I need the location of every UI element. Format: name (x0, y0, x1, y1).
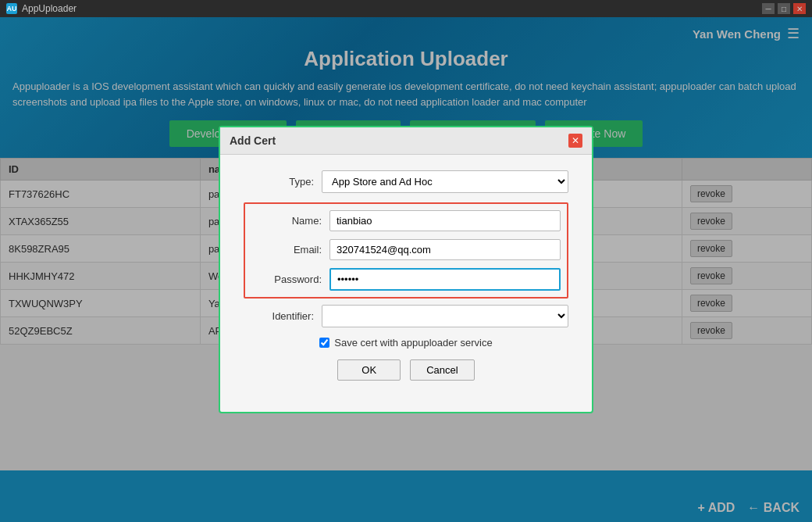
modal-close-button[interactable]: ✕ (568, 134, 582, 148)
identifier-label: Identifier: (244, 310, 314, 322)
save-cert-label: Save cert with appuploader service (334, 337, 492, 349)
save-cert-row: Save cert with appuploader service (244, 337, 568, 349)
cancel-button[interactable]: Cancel (410, 359, 474, 381)
window-controls: ─ □ ✕ (762, 3, 806, 14)
email-row: Email: (251, 239, 561, 260)
modal-title: Add Cert (230, 134, 276, 147)
identifier-select[interactable] (322, 305, 568, 327)
identifier-row: Identifier: (244, 305, 568, 327)
modal-header: Add Cert ✕ (220, 127, 592, 155)
required-fields-group: Name: Email: Password: (244, 202, 568, 299)
type-label: Type: (244, 176, 314, 188)
title-bar-left: AU AppUploader (6, 3, 77, 14)
app-icon: AU (6, 3, 17, 14)
email-label: Email: (251, 244, 322, 256)
save-cert-checkbox[interactable] (319, 338, 329, 348)
modal-overlay: Add Cert ✕ Type: App Store and Ad Hoc Na… (0, 17, 812, 522)
password-input[interactable] (329, 268, 561, 291)
add-cert-modal: Add Cert ✕ Type: App Store and Ad Hoc Na… (219, 126, 593, 413)
close-button[interactable]: ✕ (793, 3, 806, 14)
ok-button[interactable]: OK (337, 359, 401, 381)
password-row: Password: (251, 268, 561, 291)
modal-footer: OK Cancel (244, 359, 568, 381)
minimize-button[interactable]: ─ (762, 3, 775, 14)
name-input[interactable] (329, 210, 561, 231)
password-label: Password: (251, 274, 322, 285)
maximize-button[interactable]: □ (778, 3, 790, 14)
title-bar: AU AppUploader ─ □ ✕ (0, 0, 812, 17)
modal-body: Type: App Store and Ad Hoc Name: Email: (220, 155, 592, 396)
type-select[interactable]: App Store and Ad Hoc (322, 170, 568, 193)
name-label: Name: (251, 215, 322, 227)
type-row: Type: App Store and Ad Hoc (244, 170, 568, 193)
email-input[interactable] (329, 239, 561, 260)
name-row: Name: (251, 210, 561, 231)
title-bar-title: AppUploader (22, 3, 77, 14)
